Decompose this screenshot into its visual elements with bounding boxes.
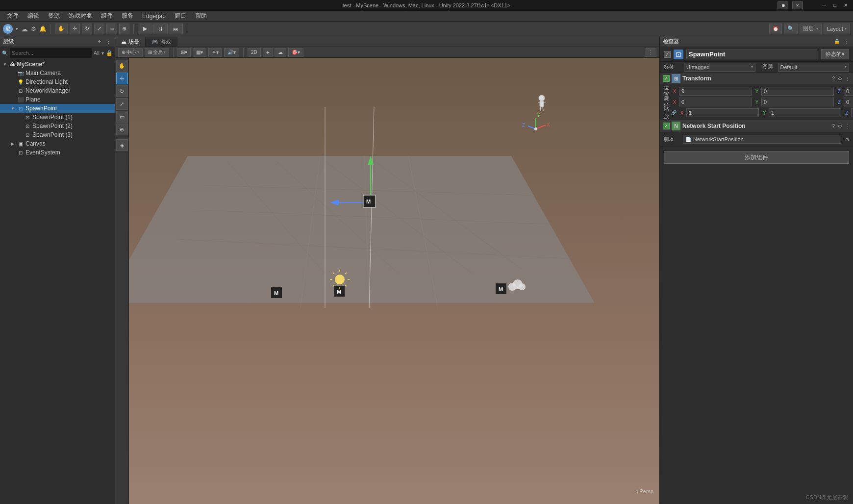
transform-tool-btn[interactable]: ⊕ xyxy=(119,24,129,34)
media-stop-btn[interactable]: ✕ xyxy=(792,1,803,9)
close-btn[interactable]: ✕ xyxy=(842,1,849,8)
grid-btn[interactable]: ⊞▾ xyxy=(177,48,191,57)
vp-scale-btn[interactable]: ⤢ xyxy=(116,98,128,110)
menu-edit[interactable]: 编辑 xyxy=(24,11,43,21)
network-start-header[interactable]: ✓ N Network Start Position ? ⚙ ⋮ xyxy=(660,120,853,132)
tab-game[interactable]: 🎮 游戏 xyxy=(146,37,177,47)
overlay-btn[interactable]: ☁ xyxy=(275,48,286,57)
hierarchy-item-spawnpoint-3[interactable]: ⊡ SpawnPoint (3) xyxy=(0,130,115,139)
add-component-btn[interactable]: 添加组件 xyxy=(664,151,849,164)
menu-assets[interactable]: 资源 xyxy=(44,11,64,21)
menu-file[interactable]: 文件 xyxy=(3,11,23,21)
menu-services[interactable]: 服务 xyxy=(118,11,137,21)
menu-edgegap[interactable]: Edgegap xyxy=(138,12,170,21)
layer-dropdown[interactable]: Default ▾ xyxy=(778,63,850,72)
tab-scene[interactable]: ⛰ 场景 xyxy=(115,37,146,47)
hierarchy-menu-btn[interactable]: ⋮ xyxy=(105,38,112,45)
pos-x-input[interactable] xyxy=(679,87,752,96)
hierarchy-item-directional-light[interactable]: 💡 Directional Light xyxy=(0,77,115,86)
scale-x-input[interactable] xyxy=(686,108,759,117)
hierarchy-item-spawnpoint[interactable]: ▼ ⊡ SpawnPoint xyxy=(0,104,115,113)
scene-audio-btn[interactable]: 🔊▾ xyxy=(224,48,239,57)
transform-toggle[interactable]: ✓ xyxy=(663,75,670,82)
transform-ref-icon[interactable]: ? xyxy=(832,76,835,81)
2d-btn[interactable]: 2D xyxy=(248,48,261,57)
vp-rect-btn[interactable]: ▭ xyxy=(116,111,128,123)
scale-y-input[interactable] xyxy=(769,108,841,117)
hierarchy-item-spawnpoint-2[interactable]: ⊡ SpawnPoint (2) xyxy=(0,122,115,130)
script-goto-icon[interactable]: ⊙ xyxy=(845,137,849,142)
hierarchy-item-plane[interactable]: ⬛ Plane xyxy=(0,95,115,104)
play-btn[interactable]: ▶ xyxy=(138,24,152,34)
scene-3d-view[interactable]: M M M xyxy=(129,58,659,504)
hierarchy-search-input[interactable] xyxy=(10,48,92,58)
scene-expand-arrow: ▼ xyxy=(2,61,8,67)
vp-hand-btn[interactable]: ✋ xyxy=(116,60,128,72)
rect-tool-btn[interactable]: ▭ xyxy=(106,24,117,34)
hierarchy-all-btn[interactable]: All xyxy=(94,50,100,56)
scene-lighting-btn[interactable]: ☀▾ xyxy=(208,48,222,57)
transform-header[interactable]: ✓ ⊞ Transform ? ⚙ ⋮ xyxy=(660,73,853,84)
nsp-settings-icon[interactable]: ⚙ xyxy=(838,124,842,129)
inspector-menu-icon[interactable]: ⋮ xyxy=(843,38,850,45)
layout-btn[interactable]: Layout ▾ xyxy=(824,24,850,34)
hierarchy-lock-icon[interactable]: 🔒 xyxy=(106,50,113,56)
wireframe-btn[interactable]: ● xyxy=(263,48,273,57)
nsp-toggle[interactable]: ✓ xyxy=(663,123,670,129)
transform-menu-icon[interactable]: ⋮ xyxy=(845,76,850,81)
inspector-active-toggle[interactable]: ✓ xyxy=(664,51,671,58)
nsp-menu-icon[interactable]: ⋮ xyxy=(845,124,850,129)
vp-rotate-btn[interactable]: ↻ xyxy=(116,85,128,97)
rotate-tool-btn[interactable]: ↻ xyxy=(82,24,92,34)
pos-z-input[interactable] xyxy=(844,87,853,96)
menu-help[interactable]: 帮助 xyxy=(191,11,211,21)
menu-component[interactable]: 组件 xyxy=(97,11,117,21)
minimize-btn[interactable]: ─ xyxy=(821,1,828,8)
account-avatar[interactable]: 尼 xyxy=(3,24,13,34)
rot-x-input[interactable] xyxy=(679,98,752,106)
fullscreen-btn[interactable]: ⊞ 全局 ▾ xyxy=(145,48,169,57)
hierarchy-item-spawnpoint-1[interactable]: ⊡ SpawnPoint (1) xyxy=(0,113,115,122)
vp-move-btn[interactable]: ✛ xyxy=(116,73,128,84)
layers-btn[interactable]: 图层 ▾ xyxy=(800,24,822,34)
media-record-btn[interactable]: ⏺ xyxy=(778,1,788,9)
hierarchy-add-btn[interactable]: + xyxy=(96,38,103,45)
hierarchy-scene-root[interactable]: ▼ ⛰ MyScene* xyxy=(0,60,115,69)
hierarchy-item-main-camera[interactable]: 📷 Main Camera xyxy=(0,69,115,77)
pos-y-input[interactable] xyxy=(761,87,834,96)
scale-z-input[interactable] xyxy=(851,108,853,117)
rot-y-input[interactable] xyxy=(761,98,834,106)
move-tool-btn[interactable]: ✛ xyxy=(70,24,80,34)
vp-transform-btn[interactable]: ⊕ xyxy=(116,124,128,135)
inspector-obj-name-input[interactable] xyxy=(686,50,818,59)
search-btn[interactable]: 🔍 xyxy=(784,24,798,34)
hierarchy-item-eventsystem[interactable]: ⊡ EventSystem xyxy=(0,148,115,157)
hierarchy-item-network-manager[interactable]: ⊡ NetworkManager xyxy=(0,86,115,95)
cloud-icon[interactable]: ☁ xyxy=(21,25,28,33)
center-btn[interactable]: ⊕ 中心 ▾ xyxy=(118,48,143,57)
transform-settings-icon[interactable]: ⚙ xyxy=(838,76,842,81)
scene-view-mode-btn[interactable]: ▦▾ xyxy=(193,48,206,57)
hierarchy-filter-icon[interactable]: ▾ xyxy=(101,50,104,56)
collab-btn[interactable]: ⏰ xyxy=(769,24,782,34)
scene-viewport[interactable]: ✋ ✛ ↻ ⤢ ▭ ⊕ ◈ xyxy=(115,58,659,504)
pause-btn[interactable]: ⏸ xyxy=(153,24,168,34)
tag-dropdown[interactable]: Untagged ▾ xyxy=(684,63,755,72)
scene-options-btn[interactable]: ⋮ xyxy=(645,48,656,57)
vp-custom-btn[interactable]: ◈ xyxy=(116,139,128,151)
static-btn[interactable]: 静态的▾ xyxy=(821,49,849,59)
hierarchy-item-canvas[interactable]: ▶ ▣ Canvas xyxy=(0,139,115,148)
notification-icon[interactable]: 🔔 xyxy=(39,25,47,32)
maximize-btn[interactable]: □ xyxy=(831,1,838,8)
scale-tool-btn[interactable]: ⤢ xyxy=(94,24,104,34)
step-btn[interactable]: ⏭ xyxy=(169,24,183,34)
rot-z-input[interactable] xyxy=(844,98,853,106)
hand-tool-btn[interactable]: ✋ xyxy=(55,24,68,34)
gizmos-btn[interactable]: 🎯▾ xyxy=(288,48,303,57)
account-dropdown-icon[interactable]: ▾ xyxy=(16,26,18,31)
menu-window[interactable]: 窗口 xyxy=(171,11,190,21)
inspector-lock-icon[interactable]: 🔒 xyxy=(833,38,840,45)
settings-icon[interactable]: ⚙ xyxy=(31,25,36,32)
menu-gameobject[interactable]: 游戏对象 xyxy=(65,11,96,21)
nsp-ref-icon[interactable]: ? xyxy=(832,124,835,129)
